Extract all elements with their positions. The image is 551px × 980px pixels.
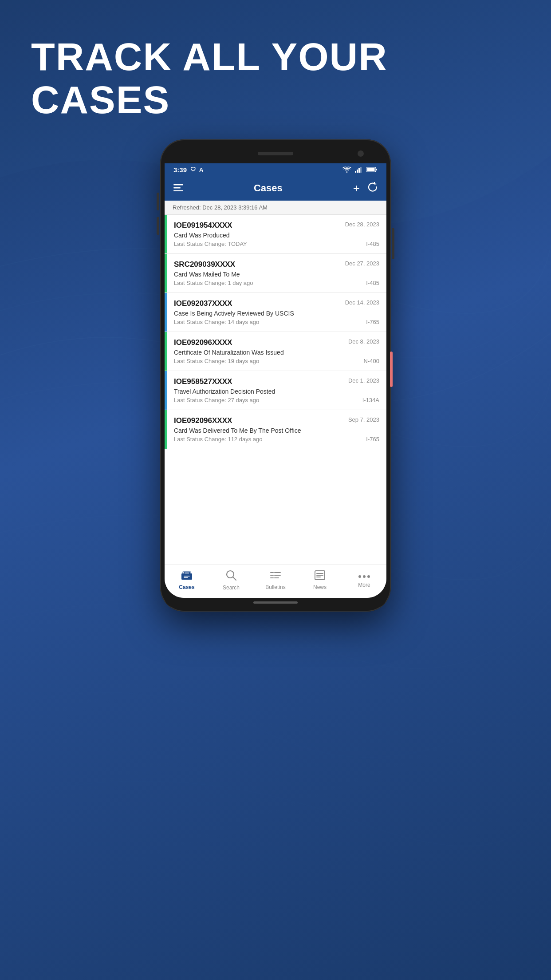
case-number: IOE092037XXXX [174,299,232,308]
case-status-text: Travel Authorization Decision Posted [174,388,379,395]
list-item[interactable]: IOE958527XXXX Dec 1, 2023 Travel Authori… [165,371,386,410]
case-footer-row: Last Status Change: 27 days ago I-134A [174,397,379,403]
nav-item-bulletins[interactable]: Bulletins [258,570,293,590]
power-button [392,228,394,259]
hero-title: TRACK ALL YOUR CASES [0,0,551,139]
case-content: SRC209039XXXX Dec 27, 2023 Card Was Mail… [167,254,386,292]
svg-rect-6 [367,168,375,171]
news-nav-icon [314,570,326,582]
svg-rect-14 [181,573,192,580]
header-left [173,182,183,194]
cases-list[interactable]: IOE091954XXXX Dec 28, 2023 Card Was Prod… [165,215,386,565]
refresh-timestamp: Refreshed: Dec 28, 2023 3:39:16 AM [165,201,386,215]
volume-down-button [157,217,159,235]
case-date: Dec 14, 2023 [345,299,379,306]
menu-icon[interactable] [173,182,183,194]
scroll-indicator [390,352,393,387]
case-number: IOE091954XXXX [174,221,232,230]
case-footer-row: Last Status Change: 112 days ago I-765 [174,436,379,443]
signal-icon [355,166,363,173]
svg-rect-9 [173,187,181,189]
home-bar [253,601,298,604]
svg-rect-3 [358,168,360,173]
case-header-row: SRC209039XXXX Dec 27, 2023 [174,260,379,269]
case-header-row: IOE092096XXXX Dec 8, 2023 [174,338,379,347]
case-last-change: Last Status Change: 14 days ago [174,319,259,325]
svg-rect-1 [355,171,356,173]
case-last-change: Last Status Change: 1 day ago [174,280,253,286]
case-date: Dec 8, 2023 [348,338,379,345]
case-content: IOE092096XXXX Dec 8, 2023 Certificate Of… [167,332,386,371]
app-screen: Cases + Refreshed: Dec 28, 2023 3:39:16 … [165,176,386,598]
list-item[interactable]: IOE091954XXXX Dec 28, 2023 Card Was Prod… [165,215,386,254]
status-left: 3:39 🛡 A [173,166,203,174]
volume-up-button [157,193,159,210]
case-last-change: Last Status Change: 112 days ago [174,436,262,443]
svg-point-29 [358,575,361,578]
home-indicator-bar [165,598,386,607]
svg-line-18 [233,577,236,580]
list-item[interactable]: SRC209039XXXX Dec 27, 2023 Card Was Mail… [165,254,386,293]
case-header-row: IOE958527XXXX Dec 1, 2023 [174,377,379,386]
nav-item-news[interactable]: News [302,570,338,590]
wifi-icon [342,166,351,173]
news-nav-label: News [313,584,327,590]
more-nav-icon [358,572,370,580]
shield-icon: 🛡 [190,166,196,173]
case-footer-row: Last Status Change: TODAY I-485 [174,241,379,247]
case-last-change: Last Status Change: 27 days ago [174,397,259,403]
case-content: IOE958527XXXX Dec 1, 2023 Travel Authori… [167,371,386,410]
case-content: IOE092096XXXX Sep 7, 2023 Card Was Deliv… [167,410,386,449]
bulletins-nav-label: Bulletins [265,584,285,590]
app-header: Cases + [165,176,386,201]
case-form-type: I-765 [366,436,379,443]
case-form-type: I-765 [366,319,379,325]
svg-rect-2 [357,170,358,173]
search-nav-icon [225,569,237,583]
case-header-row: IOE092037XXXX Dec 14, 2023 [174,299,379,308]
case-content: IOE091954XXXX Dec 28, 2023 Card Was Prod… [167,215,386,253]
case-footer-row: Last Status Change: 1 day ago I-485 [174,280,379,286]
case-form-type: I-485 [366,241,379,247]
case-status-text: Certificate Of Naturalization Was Issued [174,349,379,356]
svg-rect-8 [173,184,183,186]
list-item[interactable]: IOE092096XXXX Dec 8, 2023 Certificate Of… [165,332,386,371]
svg-point-31 [367,575,370,578]
phone-mockup: 3:39 🛡 A [0,139,551,980]
case-last-change: Last Status Change: 19 days ago [174,358,259,364]
case-header-row: IOE091954XXXX Dec 28, 2023 [174,221,379,230]
bottom-navigation: Cases Search [165,565,386,598]
add-case-button[interactable]: + [353,182,360,195]
status-right [342,166,378,173]
case-status-text: Card Was Delivered To Me By The Post Off… [174,427,379,434]
phone-speaker [258,152,293,155]
case-footer-row: Last Status Change: 14 days ago I-765 [174,319,379,325]
case-form-type: I-485 [366,280,379,286]
app-title: Cases [254,182,283,194]
case-number: IOE092096XXXX [174,338,232,347]
battery-icon [366,166,378,173]
status-bar: 3:39 🛡 A [165,163,386,176]
list-item[interactable]: IOE092037XXXX Dec 14, 2023 Case Is Being… [165,293,386,332]
case-status-text: Card Was Produced [174,232,379,239]
svg-rect-4 [360,167,362,173]
case-footer-row: Last Status Change: 19 days ago N-400 [174,358,379,364]
cases-nav-icon [181,570,193,582]
phone-notch [165,144,386,163]
case-content: IOE092037XXXX Dec 14, 2023 Case Is Being… [167,293,386,332]
search-nav-label: Search [223,585,240,591]
svg-point-30 [363,575,366,578]
case-status-text: Case Is Being Actively Reviewed By USCIS [174,310,379,317]
case-date: Sep 7, 2023 [348,416,379,423]
case-date: Dec 1, 2023 [348,377,379,384]
nav-item-more[interactable]: More [346,572,382,588]
nav-item-cases[interactable]: Cases [169,570,205,590]
more-nav-label: More [358,582,370,588]
refresh-button[interactable] [368,182,378,194]
case-form-type: N-400 [364,358,379,364]
list-item[interactable]: IOE092096XXXX Sep 7, 2023 Card Was Deliv… [165,410,386,449]
bulletins-nav-icon [270,570,281,582]
phone-camera [358,150,364,157]
nav-item-search[interactable]: Search [213,569,249,591]
cases-nav-label: Cases [179,584,194,590]
